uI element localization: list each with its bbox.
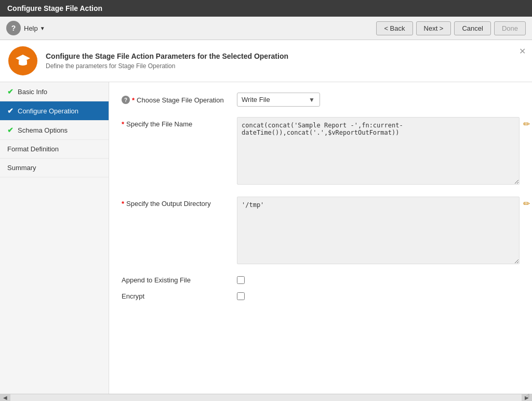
header-subtitle: Define the parameters for Stage File Ope… xyxy=(46,62,288,70)
scroll-left-button[interactable]: ◀ xyxy=(0,394,10,402)
output-dir-required-star: * xyxy=(122,200,124,208)
sidebar-item-configure-operation[interactable]: ✔ Configure Operation xyxy=(0,101,109,121)
append-label: Append to Existing File xyxy=(122,276,231,284)
operation-icon xyxy=(8,46,37,75)
graduation-icon xyxy=(15,53,31,69)
file-name-required-star: * xyxy=(122,120,124,128)
file-name-edit-icon[interactable]: ✏ xyxy=(523,119,530,129)
sidebar-label-format-definition: Format Definition xyxy=(7,145,59,153)
cancel-button[interactable]: Cancel xyxy=(454,21,490,35)
operation-required-star: * xyxy=(132,96,135,104)
sidebar-label-configure-operation: Configure Operation xyxy=(18,107,78,115)
sidebar-item-format-definition[interactable]: Format Definition xyxy=(0,140,109,159)
operation-help-icon[interactable]: ? xyxy=(122,96,130,104)
title-bar: Configure Stage File Action xyxy=(0,0,532,17)
file-name-textarea[interactable] xyxy=(237,117,520,185)
close-icon[interactable]: ✕ xyxy=(519,46,526,56)
encrypt-checkbox[interactable] xyxy=(237,292,245,300)
help-avatar-icon: ? xyxy=(6,21,21,35)
scrollbar-track[interactable] xyxy=(21,396,511,400)
operation-control: Write File Read File Delete File ▼ xyxy=(237,93,520,107)
sidebar-label-basic-info: Basic Info xyxy=(18,88,47,96)
window-title: Configure Stage File Action xyxy=(7,4,102,12)
content-panel: ? * Choose Stage File Operation Write Fi… xyxy=(109,82,532,394)
next-button[interactable]: Next > xyxy=(416,21,451,35)
body-area: ✔ Basic Info ✔ Configure Operation ✔ Sch… xyxy=(0,82,532,394)
done-button[interactable]: Done xyxy=(494,21,526,35)
sidebar-item-basic-info[interactable]: ✔ Basic Info xyxy=(0,82,109,101)
output-dir-edit-icon[interactable]: ✏ xyxy=(523,199,530,209)
operation-row: ? * Choose Stage File Operation Write Fi… xyxy=(122,93,520,107)
back-button[interactable]: < Back xyxy=(376,21,413,35)
output-dir-textarea[interactable] xyxy=(237,197,520,264)
output-dir-label-area: * Specify the Output Directory xyxy=(122,197,231,208)
operation-label-area: ? * Choose Stage File Operation xyxy=(122,93,231,104)
header-banner: Configure the Stage File Action Paramete… xyxy=(0,40,532,82)
file-name-label-area: * Specify the File Name xyxy=(122,117,231,128)
file-name-label: Specify the File Name xyxy=(126,120,192,128)
help-button[interactable]: Help ▼ xyxy=(24,24,45,32)
resize-handle-icon[interactable]: ⊿ xyxy=(525,392,530,399)
help-chevron-icon: ▼ xyxy=(40,25,45,31)
append-row: Append to Existing File xyxy=(122,276,520,284)
sidebar: ✔ Basic Info ✔ Configure Operation ✔ Sch… xyxy=(0,82,109,394)
operation-select[interactable]: Write File Read File Delete File xyxy=(237,93,320,107)
toolbar: ? Help ▼ < Back Next > Cancel Done xyxy=(0,17,532,40)
sidebar-label-summary: Summary xyxy=(7,164,36,172)
main-content: Configure the Stage File Action Paramete… xyxy=(0,40,532,401)
encrypt-label: Encrypt xyxy=(122,292,231,300)
operation-label: Choose Stage File Operation xyxy=(137,96,224,104)
file-name-row: * Specify the File Name ✏ xyxy=(122,117,520,186)
bottom-scrollbar: ◀ ▶ ⊿ xyxy=(0,394,532,401)
sidebar-item-summary[interactable]: Summary xyxy=(0,159,109,177)
main-window: Configure Stage File Action ? Help ▼ < B… xyxy=(0,0,532,401)
append-checkbox[interactable] xyxy=(237,276,245,284)
sidebar-item-schema-options[interactable]: ✔ Schema Options xyxy=(0,121,109,140)
header-title: Configure the Stage File Action Paramete… xyxy=(46,52,288,60)
help-label: Help xyxy=(24,24,38,32)
toolbar-left: ? Help ▼ xyxy=(6,21,45,35)
output-dir-row: * Specify the Output Directory ✏ xyxy=(122,197,520,266)
encrypt-row: Encrypt xyxy=(122,292,520,300)
check-icon-configure-operation: ✔ xyxy=(7,107,14,115)
output-dir-control: ✏ xyxy=(237,197,520,266)
file-name-control: ✏ xyxy=(237,117,520,186)
sidebar-label-schema-options: Schema Options xyxy=(18,126,68,134)
check-icon-basic-info: ✔ xyxy=(7,87,14,96)
header-text: Configure the Stage File Action Paramete… xyxy=(46,52,288,70)
check-icon-schema-options: ✔ xyxy=(7,126,14,134)
output-dir-label: Specify the Output Directory xyxy=(126,200,211,208)
